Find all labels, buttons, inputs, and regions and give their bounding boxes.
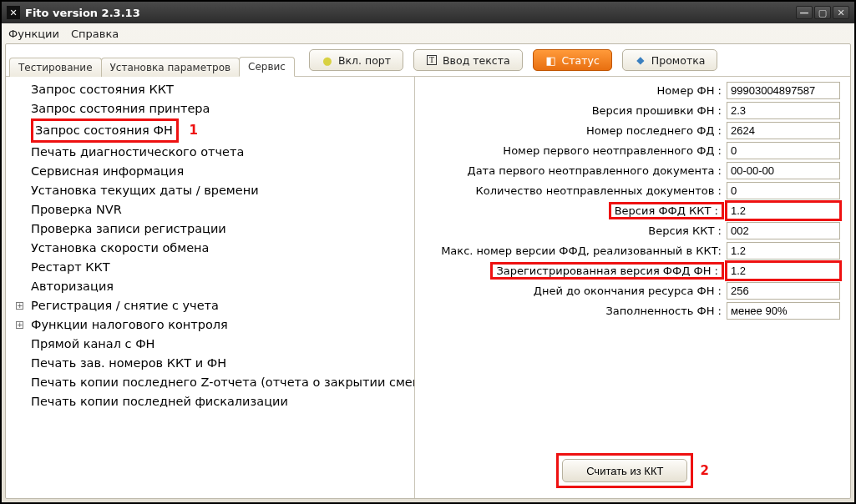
form-value: [727, 302, 840, 320]
tab-toolbar-row: Тестирование Установка параметров Сервис…: [6, 44, 850, 77]
tree-item-label: Запрос состояния ККТ: [31, 83, 174, 96]
tree-item[interactable]: Сервисная информация: [6, 162, 413, 181]
port-button[interactable]: ● Вкл. порт: [309, 49, 403, 71]
form-input[interactable]: [727, 222, 840, 239]
form-value: [727, 222, 840, 239]
tree-item[interactable]: Прямой канал с ФН: [6, 335, 413, 354]
text-icon: T: [426, 54, 438, 66]
window-title: Fito version 2.3.13: [25, 7, 796, 19]
form-row: Номер последнего ФД :: [420, 122, 840, 139]
menu-functions[interactable]: Функции: [8, 28, 59, 40]
tree-item[interactable]: Рестарт ККТ: [6, 258, 413, 277]
form-row: Дата первого неотправленного документа :: [420, 162, 840, 179]
form-label: Дата первого неотправленного документа :: [420, 164, 727, 177]
minimize-button[interactable]: —: [796, 6, 813, 19]
tree-item[interactable]: Печать копии последней фискализации: [6, 392, 413, 411]
form-value: [727, 102, 840, 119]
expand-icon[interactable]: +: [16, 302, 23, 310]
form-input[interactable]: [727, 282, 840, 300]
bottom-button-wrap: Считать из ККТ 2: [415, 453, 850, 488]
annotation-highlight-label: Зарегистрированная версия ФФД ФН :: [490, 262, 724, 280]
tree-item[interactable]: Печать диагностического отчета: [6, 143, 413, 162]
form-value: [727, 202, 840, 219]
tree-item-label: Установка скорости обмена: [31, 241, 209, 255]
form-input[interactable]: [727, 82, 840, 99]
client-area: Тестирование Установка параметров Сервис…: [5, 43, 851, 499]
form-row: Макс. номер версии ФФД, реализованный в …: [420, 242, 840, 260]
input-text-button[interactable]: T Ввод текста: [413, 49, 523, 71]
form-label: Макс. номер версии ФФД, реализованный в …: [420, 244, 727, 257]
form-label: Количество неотправленных документов :: [420, 184, 727, 197]
tree-item[interactable]: Авторизация: [6, 277, 413, 296]
annotation-highlight-2: Считать из ККТ: [556, 453, 693, 488]
tab-testing[interactable]: Тестирование: [9, 58, 102, 77]
form-row: Версия ККТ :: [420, 222, 840, 239]
bulb-icon: ●: [322, 54, 333, 66]
window-chrome: Функции Справка Тестирование Установка п…: [2, 23, 854, 502]
form-input[interactable]: [727, 182, 840, 199]
tree-item-label: Функции налогового контроля: [31, 318, 228, 331]
port-button-label: Вкл. порт: [338, 54, 391, 67]
annotation-highlight-label: Версия ФФД ККТ :: [609, 202, 724, 219]
tree-item[interactable]: Запрос состояния ККТ: [6, 80, 413, 99]
tree-item-label: Проверка записи регистрации: [31, 222, 226, 235]
tree-pane: Запрос состояния ККТ Запрос состояния пр…: [6, 77, 415, 498]
form-rows: Номер ФН :Версия прошивки ФН :Номер посл…: [420, 82, 840, 320]
feed-button[interactable]: ◆ Промотка: [622, 49, 718, 71]
form-value: [727, 122, 840, 139]
titlebar: ✕ Fito version 2.3.13 — ▢ ✕: [2, 2, 854, 23]
form-input[interactable]: [727, 102, 840, 119]
form-row: Версия ФФД ККТ :: [420, 202, 840, 219]
input-text-button-label: Ввод текста: [443, 54, 510, 67]
form-input[interactable]: [727, 142, 840, 159]
form-value: [727, 182, 840, 199]
tree-item-label: Печать диагностического отчета: [31, 145, 244, 159]
tree-item-fn-status[interactable]: Запрос состояния ФН 1: [6, 118, 413, 143]
tab-service[interactable]: Сервис: [239, 57, 295, 77]
service-tree: Запрос состояния ККТ Запрос состояния пр…: [6, 80, 413, 411]
form-input[interactable]: [727, 162, 840, 179]
expand-icon[interactable]: +: [16, 321, 23, 329]
form-row: Зарегистрированная версия ФФД ФН :: [420, 262, 840, 280]
maximize-button[interactable]: ▢: [814, 6, 831, 19]
form-label: Версия прошивки ФН :: [420, 104, 727, 117]
tree-item[interactable]: Печать копии последнего Z-отчета (отчета…: [6, 373, 413, 392]
toolbar: ● Вкл. порт T Ввод текста ◧ Статус ◆ Про…: [309, 49, 717, 76]
tree-item-label: Печать зав. номеров ККТ и ФН: [31, 356, 226, 370]
form-input[interactable]: [727, 202, 840, 219]
form-input[interactable]: [727, 242, 840, 260]
status-button[interactable]: ◧ Статус: [533, 49, 612, 71]
form-input[interactable]: [727, 302, 840, 320]
form-input[interactable]: [727, 262, 840, 280]
tree-item-label: Печать копии последней фискализации: [31, 395, 288, 408]
tree-item[interactable]: Проверка записи регистрации: [6, 219, 413, 239]
form-row: Дней до окончания ресурса ФН :: [420, 282, 840, 300]
tree-item[interactable]: Печать зав. номеров ККТ и ФН: [6, 354, 413, 373]
menu-help[interactable]: Справка: [71, 28, 119, 40]
form-label: Номер последнего ФД :: [420, 124, 727, 137]
tree-item-label: Авторизация: [31, 280, 114, 293]
tree-item-tax-control[interactable]: +Функции налогового контроля: [6, 315, 413, 335]
form-row: Заполненность ФН :: [420, 302, 840, 320]
feed-button-label: Промотка: [651, 54, 706, 67]
form-input[interactable]: [727, 122, 840, 139]
tree-item[interactable]: Проверка NVR: [6, 200, 413, 219]
form-row: Номер ФН :: [420, 82, 840, 99]
tree-item-label: Прямой канал с ФН: [31, 337, 155, 350]
tree-item[interactable]: Установка текущих даты / времени: [6, 181, 413, 200]
menubar: Функции Справка: [5, 23, 851, 43]
form-row: Номер первого неотправленного ФД :: [420, 142, 840, 159]
form-label: Заполненность ФН :: [420, 305, 727, 317]
read-kkt-button[interactable]: Считать из ККТ: [562, 459, 687, 482]
close-button[interactable]: ✕: [833, 6, 849, 19]
tree-item[interactable]: Запрос состояния принтера: [6, 99, 413, 118]
annotation-number-1: 1: [189, 121, 197, 140]
form-value: [727, 262, 840, 280]
tree-item-registration[interactable]: +Регистрация / снятие с учета: [6, 296, 413, 315]
status-icon: ◧: [545, 54, 557, 66]
tab-params[interactable]: Установка параметров: [101, 58, 241, 77]
form-value: [727, 82, 840, 99]
form-pane: Номер ФН :Версия прошивки ФН :Номер посл…: [415, 77, 850, 498]
tree-item[interactable]: Установка скорости обмена: [6, 239, 413, 258]
form-value: [727, 282, 840, 300]
